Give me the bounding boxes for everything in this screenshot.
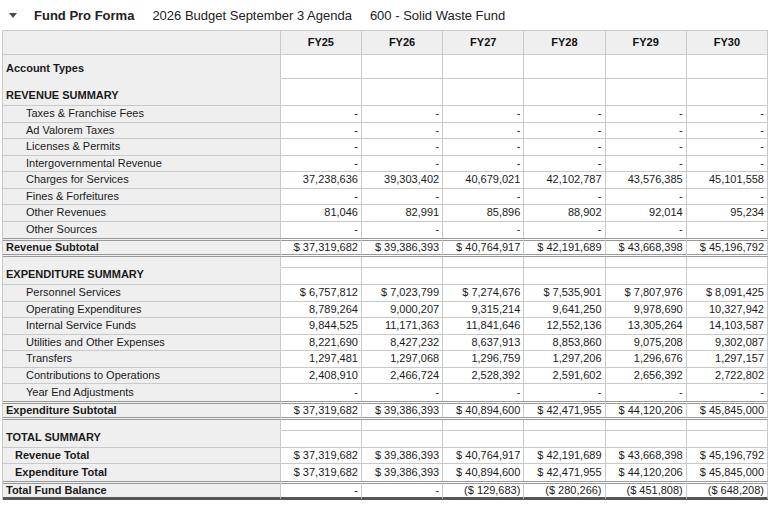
table-row: Expenditure Subtotal$ 37,319,682$ 39,386…: [3, 401, 768, 420]
value-cell: $ 42,471,955: [524, 464, 605, 481]
value-cell: -: [281, 156, 362, 173]
value-cell: 85,896: [443, 205, 524, 222]
row-label-cell: Year End Adjustments: [3, 384, 281, 401]
value-cell: [443, 420, 524, 431]
column-header: FY25: [281, 31, 362, 55]
value-cell: -: [524, 123, 605, 140]
column-header: FY28: [524, 31, 605, 55]
row-label-cell: Expenditure Total: [3, 464, 281, 481]
row-label-cell: Licenses & Permits: [3, 139, 281, 156]
value-cell: 1,297,068: [362, 351, 443, 368]
row-label-cell: Utilities and Other Expenses: [3, 335, 281, 352]
row-label-cell: Operating Expenditures: [3, 302, 281, 319]
value-cell: 2,528,392: [443, 368, 524, 385]
value-cell: 82,991: [362, 205, 443, 222]
table-row: Transfers1,297,4811,297,0681,296,7591,29…: [3, 351, 768, 368]
row-label-cell: Personnel Services: [3, 285, 281, 302]
column-header: FY27: [443, 31, 524, 55]
value-cell: $ 40,894,600: [443, 401, 524, 420]
value-cell: [687, 79, 768, 106]
budget-name: 2026 Budget September 3 Agenda: [152, 8, 352, 23]
value-cell: -: [687, 222, 768, 239]
table-row: Total Fund Balance--($ 129,683)($ 280,26…: [3, 481, 768, 500]
value-cell: [443, 431, 524, 448]
value-cell: -: [443, 384, 524, 401]
value-cell: 9,641,250: [524, 302, 605, 319]
table-row: [3, 257, 768, 268]
value-cell: [281, 268, 362, 285]
value-cell: -: [281, 222, 362, 239]
table-row: Operating Expenditures8,789,2649,000,207…: [3, 302, 768, 319]
value-cell: 11,841,646: [443, 318, 524, 335]
value-cell: 45,101,558: [687, 172, 768, 189]
table-row: Ad Valorem Taxes------: [3, 123, 768, 140]
value-cell: 10,327,942: [687, 302, 768, 319]
corner-header-cell: [3, 31, 281, 55]
value-cell: [606, 268, 687, 285]
value-cell: -: [524, 222, 605, 239]
value-cell: 81,046: [281, 205, 362, 222]
table-row: Fines & Forfeitures------: [3, 189, 768, 206]
table-row: Year End Adjustments------: [3, 384, 768, 401]
value-cell: [362, 55, 443, 79]
value-cell: -: [362, 481, 443, 500]
value-cell: $ 6,757,812: [281, 285, 362, 302]
title-bar: Fund Pro Forma 2026 Budget September 3 A…: [0, 0, 771, 30]
value-cell: $ 39,386,393: [362, 238, 443, 257]
value-cell: -: [687, 139, 768, 156]
table-row: Expenditure Total$ 37,319,682$ 39,386,39…: [3, 464, 768, 481]
table-row: Internal Service Funds9,844,52511,171,36…: [3, 318, 768, 335]
value-cell: -: [524, 189, 605, 206]
row-label-cell: TOTAL SUMMARY: [3, 431, 281, 448]
value-cell: -: [606, 123, 687, 140]
value-cell: [362, 431, 443, 448]
table-row: Contributions to Operations2,408,9102,46…: [3, 368, 768, 385]
value-cell: 11,171,363: [362, 318, 443, 335]
table-row: REVENUE SUMMARY: [3, 79, 768, 106]
value-cell: $ 7,807,976: [606, 285, 687, 302]
value-cell: ($ 451,808): [606, 481, 687, 500]
value-cell: [281, 420, 362, 431]
value-cell: 1,297,157: [687, 351, 768, 368]
collapse-caret-icon[interactable]: [9, 13, 17, 18]
value-cell: 2,656,392: [606, 368, 687, 385]
value-cell: [687, 55, 768, 79]
value-cell: [281, 79, 362, 106]
value-cell: ($ 280,266): [524, 481, 605, 500]
value-cell: [687, 268, 768, 285]
value-cell: -: [687, 384, 768, 401]
row-label-cell: [3, 420, 281, 431]
value-cell: [281, 431, 362, 448]
page-title: Fund Pro Forma: [34, 8, 134, 23]
value-cell: -: [281, 384, 362, 401]
value-cell: [524, 268, 605, 285]
value-cell: 2,591,602: [524, 368, 605, 385]
value-cell: $ 45,845,000: [687, 401, 768, 420]
row-label-cell: [3, 257, 281, 268]
value-cell: $ 43,668,398: [606, 238, 687, 257]
value-cell: $ 7,023,799: [362, 285, 443, 302]
column-header-row: FY25FY26FY27FY28FY29FY30: [3, 31, 768, 55]
value-cell: 9,844,525: [281, 318, 362, 335]
table-row: Personnel Services$ 6,757,812$ 7,023,799…: [3, 285, 768, 302]
value-cell: -: [524, 384, 605, 401]
value-cell: 2,466,724: [362, 368, 443, 385]
value-cell: 1,296,676: [606, 351, 687, 368]
row-label-cell: Ad Valorem Taxes: [3, 123, 281, 140]
value-cell: [443, 257, 524, 268]
value-cell: 9,315,214: [443, 302, 524, 319]
value-cell: -: [362, 156, 443, 173]
value-cell: 37,238,636: [281, 172, 362, 189]
value-cell: -: [606, 222, 687, 239]
column-header: FY29: [606, 31, 687, 55]
table-row: Utilities and Other Expenses8,221,6908,4…: [3, 335, 768, 352]
value-cell: $ 45,196,792: [687, 448, 768, 465]
value-cell: $ 44,120,206: [606, 464, 687, 481]
value-cell: 8,789,264: [281, 302, 362, 319]
row-label-cell: Revenue Subtotal: [3, 238, 281, 257]
value-cell: -: [362, 384, 443, 401]
value-cell: $ 37,319,682: [281, 448, 362, 465]
value-cell: [443, 55, 524, 79]
value-cell: -: [606, 106, 687, 123]
value-cell: 8,221,690: [281, 335, 362, 352]
